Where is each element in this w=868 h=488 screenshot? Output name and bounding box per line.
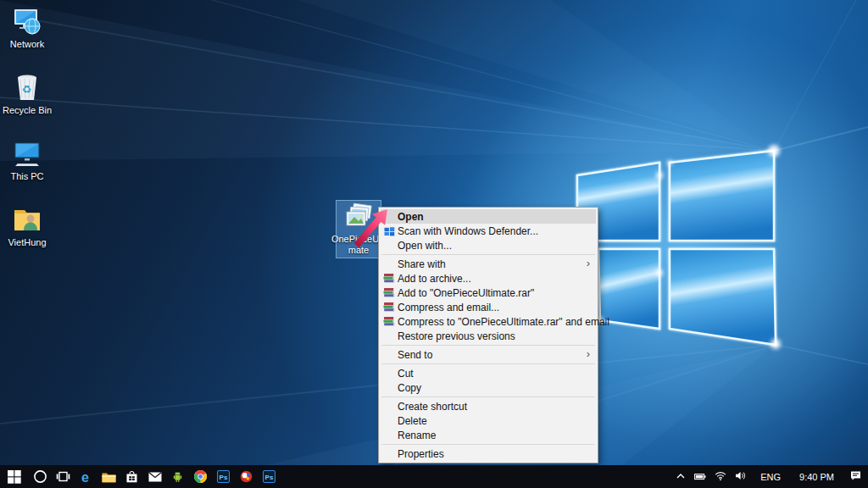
menu-item-label: Send to [398,349,432,361]
menu-item-label: Add to "OnePieceUltimate.rar" [398,287,534,299]
start-icon [8,470,21,484]
menu-item-cut[interactable]: Cut [381,366,596,380]
desktop-icon-label: This PC [10,171,43,181]
taskbar-mail-button[interactable] [143,465,166,488]
taskbar-pinned-icons: ePsPs [0,465,281,488]
menu-item-add-to-onepieceultimate-rar[interactable]: Add to "OnePieceUltimate.rar" [381,286,596,300]
clock-time: 9:40 PM [794,472,839,482]
menu-item-copy[interactable]: Copy [381,380,596,395]
menu-item-label: Copy [398,382,421,394]
user-folder-icon [11,203,43,236]
menu-item-label: Share with [398,258,446,270]
menu-item-create-shortcut[interactable]: Create shortcut [381,399,596,413]
menu-item-label: Open with... [398,240,452,252]
volume-control[interactable] [731,465,751,488]
desktop-icon-label: Network [10,39,44,49]
winrar-icon [381,287,398,298]
menu-item-label: Add to archive... [398,273,471,285]
network-status[interactable] [710,465,731,488]
taskbar-cortana-search-button[interactable] [29,465,52,488]
submenu-arrow-icon: › [587,257,590,269]
taskbar-edge-button[interactable]: e [75,465,97,488]
menu-separator [381,363,595,364]
notification-icon [850,470,861,483]
desktop-screen: Network♻Recycle BinThis PCVietHung OnePi… [0,0,868,488]
show-hidden-icons-button[interactable] [671,465,690,488]
menu-separator [381,345,595,346]
winrar-icon [381,273,398,284]
menu-item-scan-with-windows-defender[interactable]: Scan with Windows Defender... [381,224,596,238]
desktop-icon-list: Network♻Recycle BinThis PCVietHung [0,5,54,247]
store-icon [125,470,138,484]
desktop-icon-viethung[interactable]: VietHung [1,203,53,247]
red-round-app-icon [240,470,253,483]
menu-item-label: Open [398,211,424,223]
menu-item-send-to[interactable]: Send to› [381,347,596,362]
taskbar-start-button[interactable] [0,465,29,488]
desktop-icon-recycle-bin[interactable]: ♻Recycle Bin [1,71,53,115]
taskbar-file-explorer-button[interactable] [97,465,120,488]
language-indicator[interactable]: ENG [751,465,790,488]
menu-item-open[interactable]: Open [381,209,596,224]
taskbar-task-view-button[interactable] [52,465,75,488]
battery-status[interactable] [690,465,710,488]
taskbar-photoshop-2-button[interactable]: Ps [258,465,281,488]
photoshop-2-icon: Ps [263,470,275,483]
taskbar: ePsPs ENG 9:40 PM [0,465,868,488]
system-tray: ENG 9:40 PM [671,465,868,488]
menu-separator [381,444,595,445]
network-icon [11,5,43,37]
menu-item-label: Scan with Windows Defender... [398,225,538,237]
desktop-icon-network[interactable]: Network [1,5,53,49]
wifi-icon [715,471,726,483]
mail-icon [148,472,162,482]
android-app-icon [171,471,184,483]
svg-text:Ps: Ps [220,474,228,481]
winrar-icon [381,316,398,327]
desktop-icon-label: VietHung [8,237,46,247]
menu-item-label: Cut [398,368,414,380]
menu-item-restore-previous-versions[interactable]: Restore previous versions [381,329,596,343]
annotation-arrow [350,204,392,255]
this-pc-icon [11,137,43,169]
menu-item-delete[interactable]: Delete [381,413,596,428]
context-menu: OpenScan with Windows Defender...Open wi… [378,207,598,463]
taskbar-red-round-app-button[interactable] [235,465,258,488]
svg-text:♻: ♻ [22,83,32,96]
menu-separator [381,254,595,255]
speaker-icon [735,471,747,482]
menu-item-label: Compress and email... [398,302,499,313]
menu-item-compress-to-onepieceultimate-rar-and-email[interactable]: Compress to "OnePieceUltimate.rar" and e… [381,314,596,329]
chevron-up-icon [676,472,686,482]
menu-item-label: Delete [398,415,427,427]
menu-item-add-to-archive[interactable]: Add to archive... [381,271,596,286]
winrar-icon [381,302,398,313]
task-view-icon [56,470,70,483]
menu-item-label: Create shortcut [398,401,467,413]
desktop-icon-label: Recycle Bin [3,105,52,115]
menu-item-label: Restore previous versions [398,330,515,342]
taskbar-photoshop-button[interactable]: Ps [212,465,235,488]
photoshop-icon: Ps [217,470,230,483]
menu-item-label: Rename [398,430,436,441]
cortana-search-icon [33,469,47,484]
menu-item-share-with[interactable]: Share with› [381,257,596,271]
desktop-icon-this-pc[interactable]: This PC [1,137,53,181]
action-center-button[interactable] [843,465,868,488]
menu-item-rename[interactable]: Rename [381,428,596,442]
menu-separator [381,396,595,397]
recycle-bin-icon: ♻ [11,71,43,103]
battery-icon [694,472,706,482]
svg-text:Ps: Ps [265,474,274,481]
menu-item-properties[interactable]: Properties [381,446,596,461]
clock[interactable]: 9:40 PM [790,465,843,488]
language-label: ENG [755,472,786,482]
taskbar-android-app-button[interactable] [166,465,189,488]
taskbar-chrome-button[interactable] [189,465,212,488]
menu-item-open-with[interactable]: Open with... [381,238,596,252]
taskbar-store-button[interactable] [120,465,143,488]
menu-item-compress-and-email[interactable]: Compress and email... [381,300,596,314]
menu-item-label: Properties [398,448,444,460]
svg-text:e: e [81,470,89,484]
file-explorer-icon [102,471,116,483]
